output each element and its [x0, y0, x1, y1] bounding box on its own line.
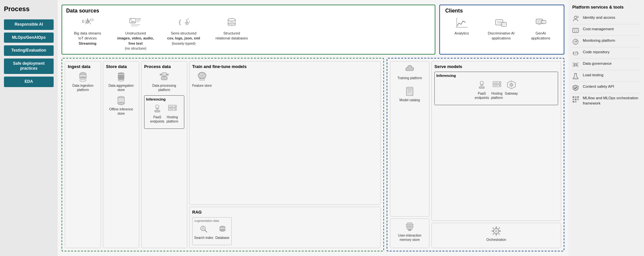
rag-augmentation-title: Augmentation data: [194, 219, 230, 222]
svg-point-129: [576, 78, 577, 78]
svg-text:((·)): ((·)): [82, 19, 88, 23]
rag-database-label: Database: [215, 236, 229, 240]
svg-rect-36: [80, 78, 86, 80]
search-icon: [199, 224, 208, 234]
serve-hosting-label: Hostingplatform: [491, 91, 503, 100]
database-stack-icon: [116, 72, 127, 82]
rag-database: Database: [215, 224, 229, 240]
train-rag-wrapper: Train and fine-tune models: [189, 61, 381, 248]
client-genai: GenAIapplications: [524, 17, 557, 41]
svg-rect-53: [155, 110, 160, 112]
serve-inferencing-title: Inferencing: [436, 74, 556, 78]
offline-inference-store: Offline inferencestore: [106, 95, 136, 116]
serve-models-section: Serve models Inferencing: [431, 61, 561, 221]
svg-rect-130: [573, 96, 574, 98]
client-discriminative-ai-label: Discriminative AIapplications: [488, 31, 514, 41]
load-testing-label: Load testing: [583, 72, 604, 78]
serve-models-wrapper: Serve models Inferencing: [431, 61, 561, 248]
train-items: Feature store: [192, 72, 378, 91]
svg-rect-103: [498, 233, 500, 235]
user-memory-label: User-interactionmemory store: [398, 233, 422, 242]
svg-rect-97: [496, 234, 497, 236]
svg-rect-58: [169, 106, 173, 107]
hosting-icon-s: [492, 80, 502, 90]
user-memory-store: User-interactionmemory store: [393, 221, 426, 242]
model-catalog-label: Model catalog: [399, 98, 420, 102]
ds-label-big-data: Big data streamsIoT devicesStreaming: [74, 31, 101, 46]
mlflow-label: MLflow and MLOps orchestration framework: [583, 95, 640, 106]
rag-right-section: User-interactionmemory store: [390, 219, 429, 248]
sidebar-btn-testing[interactable]: Testing/Evaluation: [4, 45, 54, 56]
svg-text:": ": [187, 17, 189, 23]
process-title: Process data: [144, 64, 184, 69]
model-catalog: Model catalog: [393, 86, 426, 102]
ds-item-structured: Structuredrelational databases: [210, 17, 253, 51]
brain-icon: [196, 72, 208, 82]
feature-store-label: Feature store: [192, 83, 212, 88]
svg-point-95: [495, 230, 498, 232]
svg-point-69: [220, 229, 225, 231]
search-index: Search index: [194, 224, 213, 240]
svg-rect-76: [408, 224, 412, 228]
svg-rect-9: [131, 24, 140, 25]
data-ingestion-label: Data ingestionplatform: [72, 83, 93, 92]
top-row: Data sources ((·)) Big data s: [62, 5, 564, 55]
blue-dashed-box: Training platform: [387, 58, 564, 251]
orchestration-label: Orchestration: [486, 238, 506, 242]
client-discriminative-ai: Discriminative AIapplications: [485, 17, 518, 41]
svg-rect-50: [160, 74, 162, 75]
rag-title: RAG: [192, 210, 378, 215]
clients-title: Clients: [445, 8, 558, 14]
svg-rect-96: [496, 226, 497, 228]
sidebar-btn-mlops[interactable]: MLOps/GenAIOps: [4, 33, 54, 43]
svg-point-87: [499, 85, 500, 86]
devices-icon: [495, 17, 507, 29]
clients-box: Clients Analytics: [439, 5, 564, 55]
svg-rect-7: [136, 20, 141, 21]
process-hosting-label: Hostingplatform: [167, 115, 178, 124]
serve-paas-label: PaaSendpoints: [475, 91, 489, 100]
client-analytics: Analytics: [445, 17, 478, 41]
shield-icon: [572, 84, 580, 91]
svg-rect-6: [136, 18, 141, 19]
right-item-monitoring: Monitoring platform: [572, 36, 640, 47]
svg-rect-43: [118, 78, 124, 80]
cost-mgmt-icon: [572, 27, 580, 34]
right-sidebar-title: Platform services & tools: [572, 5, 640, 10]
svg-point-86: [499, 82, 500, 83]
training-platform-label: Training platform: [398, 76, 422, 80]
client-genai-label: GenAIapplications: [531, 31, 550, 41]
gear-complex-icon: [490, 226, 502, 236]
ds-item-unstructured: Unstructuredimages, video, audio,free te…: [114, 17, 157, 51]
svg-point-82: [480, 81, 483, 84]
database-icon: [225, 17, 238, 29]
svg-rect-8: [136, 21, 140, 22]
process-paas-endpoints: PaaSendpoints: [150, 103, 164, 124]
svg-rect-24: [497, 21, 502, 24]
svg-rect-133: [573, 99, 574, 100]
svg-point-57: [174, 109, 175, 110]
train-right-items: Training platform: [393, 64, 426, 105]
wifi-icon: ((·)): [81, 17, 94, 29]
data-sources-title: Data sources: [66, 8, 431, 14]
svg-point-66: [202, 227, 204, 230]
sidebar-btn-safe-deployment[interactable]: Safe deployment practices: [4, 58, 54, 74]
ds-label-semi-structured: Semi-structuredcsv, logs, json, xml(loos…: [167, 31, 200, 46]
data-processing-platform: Data processingplatform: [144, 72, 184, 92]
serve-paas-endpoints: PaaSendpoints: [475, 80, 489, 100]
content-safety-label: Content safety API: [583, 84, 614, 89]
data-gov-icon: [572, 61, 580, 68]
svg-rect-83: [479, 87, 484, 88]
sidebar-btn-responsible-ai[interactable]: Responsible AI: [4, 19, 54, 30]
svg-rect-135: [573, 101, 574, 103]
serve-hosting-platform: Hostingplatform: [491, 80, 503, 100]
svg-rect-2: [90, 19, 93, 21]
ds-label-unstructured: Unstructuredimages, video, audio,free te…: [117, 31, 154, 51]
svg-point-122: [577, 65, 579, 67]
svg-marker-4: [131, 20, 135, 22]
ingest-section: Ingest data Data ingestionplatform: [65, 61, 101, 248]
green-dashed-box: Ingest data Data ingestionplatform: [62, 58, 384, 251]
sidebar-btn-eda[interactable]: EDA: [4, 77, 54, 87]
sidebar-title: Process: [4, 5, 54, 13]
ds-item-semi-structured: { } </> " Semi-structuredcsv, logs, json…: [162, 17, 205, 51]
